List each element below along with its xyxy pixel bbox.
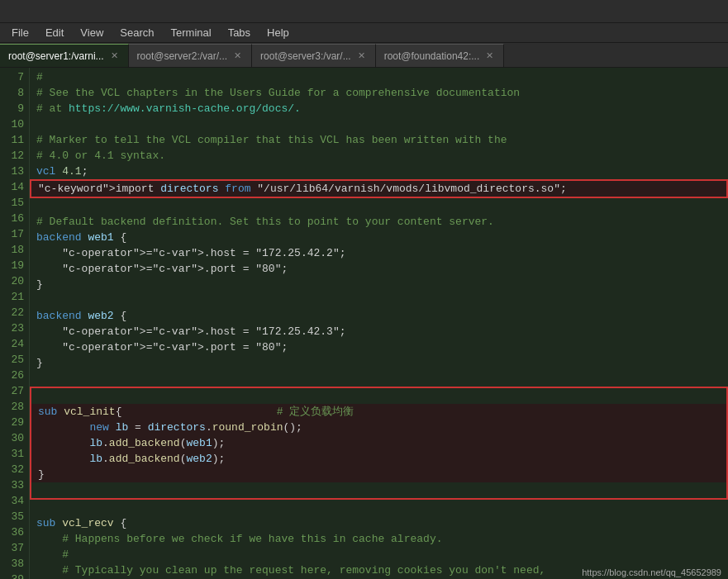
code-line: "c-operator">="c-var">.host = "172.25.42… — [30, 245, 728, 261]
editor: 7891011121314151617181920212223242526272… — [0, 68, 728, 579]
code-line: } — [30, 467, 728, 482]
line-number: 16 — [3, 211, 24, 226]
code-line: sub vcl_init{ # 定义负载均衡 — [30, 404, 728, 420]
code-line: # Typically you clean up the request her… — [30, 562, 728, 578]
menu-view[interactable]: View — [72, 24, 112, 42]
line-number: 37 — [3, 540, 24, 556]
line-numbers: 7891011121314151617181920212223242526272… — [0, 68, 30, 579]
code-line — [30, 116, 728, 132]
window-controls — [614, 0, 728, 23]
line-number: 34 — [3, 493, 24, 509]
line-number: 28 — [3, 399, 24, 415]
line-number: 13 — [3, 164, 24, 179]
line-number: 22 — [3, 305, 24, 320]
tab-label: root@server3:/var/... — [260, 50, 351, 62]
minimize-button[interactable] — [614, 0, 652, 23]
line-number: 30 — [3, 430, 24, 446]
line-number: 36 — [3, 524, 24, 540]
code-line — [30, 198, 728, 214]
tab-server1[interactable]: root@server1:/varni... ✕ — [0, 44, 129, 67]
code-line — [30, 371, 728, 387]
line-number: 9 — [3, 101, 24, 116]
line-number: 18 — [3, 242, 24, 258]
tab-label: root@server2:/var/... — [137, 50, 228, 62]
code-line — [30, 482, 728, 500]
code-area[interactable]: ## See the VCL chapters in the Users Gui… — [30, 68, 728, 579]
line-number: 35 — [3, 509, 24, 524]
code-line: # 4.0 or 4.1 syntax. — [30, 148, 728, 164]
line-number: 23 — [3, 320, 24, 336]
line-number: 29 — [3, 415, 24, 430]
line-number: 14 — [3, 179, 24, 195]
code-line: # at https://www.varnish-cache.org/docs/… — [30, 101, 728, 116]
maximize-button[interactable] — [652, 0, 690, 23]
code-line: # Marker to tell the VCL compiler that t… — [30, 132, 728, 148]
menu-tabs[interactable]: Tabs — [220, 24, 259, 42]
line-number: 11 — [3, 132, 24, 148]
line-number: 21 — [3, 289, 24, 305]
line-number: 38 — [3, 556, 24, 572]
title-bar — [0, 0, 728, 23]
code-line: new lb = directors.round_robin(); — [30, 420, 728, 435]
tab-label: root@server1:/varni... — [8, 50, 104, 62]
line-number: 25 — [3, 352, 24, 368]
line-number: 15 — [3, 195, 24, 211]
line-number: 12 — [3, 148, 24, 164]
code-line: # See the VCL chapters in the Users Guid… — [30, 85, 728, 101]
code-line: lb.add_backend(web1); — [30, 435, 728, 451]
tab-foundation[interactable]: root@foundation42:... ✕ — [376, 44, 505, 67]
code-line: } — [30, 277, 728, 292]
code-line: # Happens before we check if we have thi… — [30, 531, 728, 547]
code-line: # — [30, 547, 728, 562]
code-line — [30, 387, 728, 404]
line-number: 19 — [3, 258, 24, 273]
tab-close-icon[interactable]: ✕ — [109, 50, 120, 62]
menu-edit[interactable]: Edit — [37, 24, 72, 42]
close-button[interactable] — [690, 0, 728, 23]
line-number: 32 — [3, 462, 24, 477]
menu-file[interactable]: File — [3, 24, 37, 42]
menu-search[interactable]: Search — [112, 24, 162, 42]
line-number: 7 — [3, 69, 24, 85]
code-line: "c-operator">="c-var">.host = "172.25.42… — [30, 324, 728, 339]
line-number: 33 — [3, 477, 24, 493]
menu-bar: File Edit View Search Terminal Tabs Help — [0, 23, 728, 43]
tab-label: root@foundation42:... — [384, 50, 480, 62]
code-line — [30, 292, 728, 308]
line-number: 26 — [3, 368, 24, 383]
tab-close-icon[interactable]: ✕ — [484, 50, 495, 62]
line-number: 17 — [3, 226, 24, 242]
code-line: # Default backend definition. Set this t… — [30, 214, 728, 230]
line-number: 10 — [3, 116, 24, 132]
tab-close-icon[interactable]: ✕ — [356, 50, 367, 62]
line-number: 31 — [3, 446, 24, 462]
line-number: 8 — [3, 85, 24, 101]
code-line: "c-operator">="c-var">.port = "80"; — [30, 339, 728, 355]
tab-bar: root@server1:/varni... ✕ root@server2:/v… — [0, 43, 728, 68]
code-line: "c-keyword">import directors from "/usr/… — [30, 179, 728, 198]
line-number: 20 — [3, 273, 24, 289]
code-line: } — [30, 355, 728, 371]
code-line: # — [30, 69, 728, 85]
code-line: backend web2 { — [30, 308, 728, 324]
code-line: "c-operator">="c-var">.port = "80"; — [30, 261, 728, 277]
code-line — [30, 500, 728, 515]
line-number: 24 — [3, 336, 24, 352]
tab-server3[interactable]: root@server3:/var/... ✕ — [252, 44, 376, 67]
code-line: sub vcl_recv { — [30, 515, 728, 531]
code-line: lb.add_backend(web2); — [30, 451, 728, 467]
menu-help[interactable]: Help — [259, 24, 297, 42]
line-number: 39 — [3, 572, 24, 579]
menu-terminal[interactable]: Terminal — [163, 24, 220, 42]
code-line: vcl 4.1; — [30, 164, 728, 179]
line-number: 27 — [3, 383, 24, 399]
code-line: backend web1 { — [30, 230, 728, 245]
tab-close-icon[interactable]: ✕ — [232, 50, 243, 62]
tab-server2[interactable]: root@server2:/var/... ✕ — [129, 44, 253, 67]
